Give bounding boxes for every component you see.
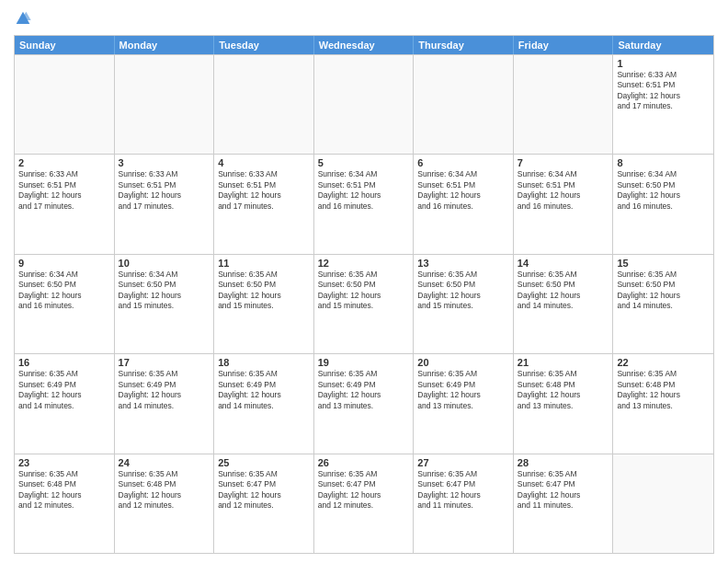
day-number: 4 — [218, 157, 310, 168]
day-info: Sunrise: 6:35 AM Sunset: 6:50 PM Dayligh… — [518, 270, 609, 312]
day-info: Sunrise: 6:35 AM Sunset: 6:47 PM Dayligh… — [518, 469, 609, 511]
calendar-cell — [613, 454, 713, 553]
day-info: Sunrise: 6:35 AM Sunset: 6:48 PM Dayligh… — [518, 369, 609, 411]
calendar-cell: 11Sunrise: 6:35 AM Sunset: 6:50 PM Dayli… — [214, 255, 314, 353]
day-info: Sunrise: 6:35 AM Sunset: 6:49 PM Dayligh… — [119, 369, 210, 411]
day-number: 17 — [119, 357, 210, 368]
day-info: Sunrise: 6:35 AM Sunset: 6:48 PM Dayligh… — [18, 469, 110, 511]
day-number: 24 — [119, 457, 210, 468]
calendar-cell: 13Sunrise: 6:35 AM Sunset: 6:50 PM Dayli… — [414, 255, 514, 353]
day-info: Sunrise: 6:34 AM Sunset: 6:51 PM Dayligh… — [417, 169, 509, 212]
day-number: 10 — [119, 258, 210, 269]
day-info: Sunrise: 6:35 AM Sunset: 6:50 PM Dayligh… — [617, 270, 710, 312]
day-number: 3 — [119, 157, 210, 168]
header-day-monday: Monday — [115, 36, 215, 54]
day-number: 12 — [318, 258, 410, 269]
calendar-cell: 4Sunrise: 6:33 AM Sunset: 6:51 PM Daylig… — [214, 155, 314, 253]
day-number: 25 — [218, 457, 310, 468]
calendar-cell: 6Sunrise: 6:34 AM Sunset: 6:51 PM Daylig… — [414, 155, 514, 253]
calendar: SundayMondayTuesdayWednesdayThursdayFrid… — [14, 35, 714, 554]
day-number: 14 — [518, 258, 609, 269]
header-day-saturday: Saturday — [613, 36, 713, 54]
day-info: Sunrise: 6:33 AM Sunset: 6:51 PM Dayligh… — [617, 70, 710, 112]
calendar-cell: 8Sunrise: 6:34 AM Sunset: 6:50 PM Daylig… — [613, 155, 713, 253]
header-day-sunday: Sunday — [15, 36, 115, 54]
day-number: 15 — [617, 258, 710, 269]
calendar-cell: 18Sunrise: 6:35 AM Sunset: 6:49 PM Dayli… — [214, 354, 314, 453]
day-info: Sunrise: 6:35 AM Sunset: 6:49 PM Dayligh… — [18, 369, 110, 411]
day-number: 27 — [417, 457, 509, 468]
calendar-cell: 24Sunrise: 6:35 AM Sunset: 6:48 PM Dayli… — [115, 454, 215, 553]
day-number: 6 — [417, 157, 509, 168]
day-number: 16 — [18, 357, 110, 368]
day-number: 20 — [417, 357, 509, 368]
calendar-cell: 27Sunrise: 6:35 AM Sunset: 6:47 PM Dayli… — [414, 454, 514, 553]
calendar-cell: 3Sunrise: 6:33 AM Sunset: 6:51 PM Daylig… — [115, 155, 215, 253]
calendar-cell — [15, 55, 115, 154]
day-number: 7 — [518, 157, 609, 168]
day-number: 18 — [218, 357, 310, 368]
calendar-row-3: 9Sunrise: 6:34 AM Sunset: 6:50 PM Daylig… — [15, 254, 713, 353]
calendar-body: 1Sunrise: 6:33 AM Sunset: 6:51 PM Daylig… — [15, 54, 713, 553]
calendar-cell: 17Sunrise: 6:35 AM Sunset: 6:49 PM Dayli… — [115, 354, 215, 453]
calendar-row-5: 23Sunrise: 6:35 AM Sunset: 6:48 PM Dayli… — [15, 454, 713, 553]
day-info: Sunrise: 6:33 AM Sunset: 6:51 PM Dayligh… — [18, 169, 110, 212]
calendar-page: SundayMondayTuesdayWednesdayThursdayFrid… — [0, 0, 728, 563]
logo — [14, 9, 36, 28]
calendar-cell — [514, 55, 614, 154]
calendar-cell: 14Sunrise: 6:35 AM Sunset: 6:50 PM Dayli… — [514, 255, 614, 353]
calendar-cell: 10Sunrise: 6:34 AM Sunset: 6:50 PM Dayli… — [115, 255, 215, 353]
header-day-wednesday: Wednesday — [314, 36, 415, 54]
header-day-tuesday: Tuesday — [214, 36, 314, 54]
calendar-cell: 12Sunrise: 6:35 AM Sunset: 6:50 PM Dayli… — [314, 255, 415, 353]
calendar-cell: 7Sunrise: 6:34 AM Sunset: 6:51 PM Daylig… — [514, 155, 614, 253]
calendar-cell: 28Sunrise: 6:35 AM Sunset: 6:47 PM Dayli… — [514, 454, 614, 553]
calendar-cell: 26Sunrise: 6:35 AM Sunset: 6:47 PM Dayli… — [314, 454, 415, 553]
calendar-cell: 5Sunrise: 6:34 AM Sunset: 6:51 PM Daylig… — [314, 155, 415, 253]
day-number: 9 — [18, 258, 110, 269]
calendar-cell — [214, 55, 314, 154]
logo-icon — [14, 9, 32, 28]
calendar-cell: 2Sunrise: 6:33 AM Sunset: 6:51 PM Daylig… — [15, 155, 115, 253]
day-number: 11 — [218, 258, 310, 269]
day-number: 26 — [318, 457, 410, 468]
calendar-cell: 9Sunrise: 6:34 AM Sunset: 6:50 PM Daylig… — [15, 255, 115, 353]
calendar-cell — [115, 55, 215, 154]
calendar-row-1: 1Sunrise: 6:33 AM Sunset: 6:51 PM Daylig… — [15, 54, 713, 154]
day-info: Sunrise: 6:34 AM Sunset: 6:50 PM Dayligh… — [119, 270, 210, 312]
calendar-cell: 1Sunrise: 6:33 AM Sunset: 6:51 PM Daylig… — [613, 55, 713, 154]
day-info: Sunrise: 6:35 AM Sunset: 6:49 PM Dayligh… — [218, 369, 310, 411]
calendar-cell: 22Sunrise: 6:35 AM Sunset: 6:48 PM Dayli… — [613, 354, 713, 453]
day-info: Sunrise: 6:35 AM Sunset: 6:50 PM Dayligh… — [218, 270, 310, 312]
day-info: Sunrise: 6:35 AM Sunset: 6:50 PM Dayligh… — [417, 270, 509, 312]
header-day-thursday: Thursday — [414, 36, 514, 54]
calendar-cell: 20Sunrise: 6:35 AM Sunset: 6:49 PM Dayli… — [414, 354, 514, 453]
calendar-row-2: 2Sunrise: 6:33 AM Sunset: 6:51 PM Daylig… — [15, 154, 713, 253]
calendar-cell: 23Sunrise: 6:35 AM Sunset: 6:48 PM Dayli… — [15, 454, 115, 553]
day-info: Sunrise: 6:34 AM Sunset: 6:51 PM Dayligh… — [318, 169, 410, 212]
day-number: 5 — [318, 157, 410, 168]
day-info: Sunrise: 6:35 AM Sunset: 6:50 PM Dayligh… — [318, 270, 410, 312]
day-info: Sunrise: 6:35 AM Sunset: 6:48 PM Dayligh… — [617, 369, 710, 411]
day-number: 2 — [18, 157, 110, 168]
day-number: 8 — [617, 157, 710, 168]
day-info: Sunrise: 6:35 AM Sunset: 6:47 PM Dayligh… — [318, 469, 410, 511]
calendar-cell: 21Sunrise: 6:35 AM Sunset: 6:48 PM Dayli… — [514, 354, 614, 453]
calendar-header: SundayMondayTuesdayWednesdayThursdayFrid… — [15, 36, 713, 54]
calendar-cell: 16Sunrise: 6:35 AM Sunset: 6:49 PM Dayli… — [15, 354, 115, 453]
header-day-friday: Friday — [514, 36, 614, 54]
day-info: Sunrise: 6:33 AM Sunset: 6:51 PM Dayligh… — [119, 169, 210, 212]
day-info: Sunrise: 6:34 AM Sunset: 6:50 PM Dayligh… — [18, 270, 110, 312]
day-info: Sunrise: 6:35 AM Sunset: 6:49 PM Dayligh… — [318, 369, 410, 411]
day-info: Sunrise: 6:35 AM Sunset: 6:47 PM Dayligh… — [218, 469, 310, 511]
day-number: 23 — [18, 457, 110, 468]
day-number: 19 — [318, 357, 410, 368]
calendar-cell: 25Sunrise: 6:35 AM Sunset: 6:47 PM Dayli… — [214, 454, 314, 553]
calendar-cell: 15Sunrise: 6:35 AM Sunset: 6:50 PM Dayli… — [613, 255, 713, 353]
day-number: 1 — [617, 58, 710, 69]
day-info: Sunrise: 6:33 AM Sunset: 6:51 PM Dayligh… — [218, 169, 310, 212]
day-number: 13 — [417, 258, 509, 269]
calendar-row-4: 16Sunrise: 6:35 AM Sunset: 6:49 PM Dayli… — [15, 353, 713, 453]
calendar-cell: 19Sunrise: 6:35 AM Sunset: 6:49 PM Dayli… — [314, 354, 415, 453]
page-header — [14, 9, 714, 28]
